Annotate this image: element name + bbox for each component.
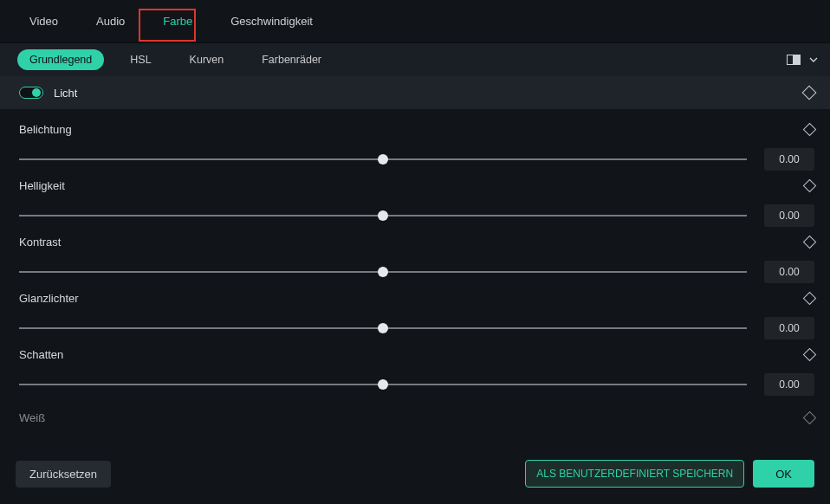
tab-geschwindigkeit[interactable]: Geschwindigkeit <box>225 11 318 31</box>
slider-weiss: Weiß <box>0 396 830 424</box>
value-kontrast[interactable]: 0.00 <box>764 261 814 283</box>
reset-button[interactable]: Zurücksetzen <box>16 461 111 488</box>
tab-farbe[interactable]: Farbe <box>158 11 198 31</box>
thumb-schatten[interactable] <box>378 379 388 390</box>
compare-icon[interactable] <box>787 55 801 65</box>
slider-helligkeit: Helligkeit 0.00 <box>0 171 830 227</box>
label-helligkeit: Helligkeit <box>19 179 65 192</box>
subtab-grundlegend[interactable]: Grundlegend <box>17 49 104 70</box>
label-kontrast: Kontrast <box>19 236 61 249</box>
slider-kontrast: Kontrast 0.00 <box>0 227 830 283</box>
value-belichtung[interactable]: 0.00 <box>764 148 814 171</box>
track-glanzlichter[interactable] <box>19 327 747 329</box>
reset-section-icon[interactable] <box>802 86 817 100</box>
section-title: Licht <box>54 87 77 100</box>
track-schatten[interactable] <box>19 384 747 385</box>
track-helligkeit[interactable] <box>19 215 747 216</box>
tab-audio[interactable]: Audio <box>91 11 130 31</box>
label-belichtung: Belichtung <box>19 123 72 136</box>
track-kontrast[interactable] <box>19 271 747 273</box>
thumb-helligkeit[interactable] <box>378 210 388 221</box>
thumb-kontrast[interactable] <box>378 267 388 277</box>
ok-button[interactable]: OK <box>753 460 814 488</box>
reset-glanzlichter-icon[interactable] <box>803 292 817 306</box>
reset-belichtung-icon[interactable] <box>803 123 817 137</box>
label-weiss: Weiß <box>19 411 45 424</box>
chevron-down-icon[interactable] <box>809 55 818 64</box>
value-schatten[interactable]: 0.00 <box>764 373 814 396</box>
value-helligkeit[interactable]: 0.00 <box>764 204 814 227</box>
main-tabs: Video Audio Farbe Geschwindigkeit <box>0 0 830 43</box>
slider-schatten: Schatten 0.00 <box>0 339 830 396</box>
thumb-glanzlichter[interactable] <box>378 323 388 333</box>
reset-kontrast-icon[interactable] <box>803 236 817 249</box>
sub-tab-bar: Grundlegend HSL Kurven Farbenräder <box>0 43 830 76</box>
label-glanzlichter: Glanzlichter <box>19 292 79 305</box>
toggle-licht[interactable] <box>19 87 43 99</box>
section-header-licht: Licht <box>0 76 830 109</box>
slider-glanzlichter: Glanzlichter 0.00 <box>0 283 830 339</box>
sliders-panel: Belichtung 0.00 Helligkeit 0.00 Kontrast… <box>0 109 830 452</box>
thumb-belichtung[interactable] <box>378 154 388 165</box>
reset-schatten-icon[interactable] <box>803 348 817 362</box>
reset-helligkeit-icon[interactable] <box>803 179 817 193</box>
slider-belichtung: Belichtung 0.00 <box>0 114 830 171</box>
label-schatten: Schatten <box>19 348 63 361</box>
value-glanzlichter[interactable]: 0.00 <box>764 317 814 339</box>
reset-weiss-icon[interactable] <box>803 411 817 425</box>
track-belichtung[interactable] <box>19 158 747 160</box>
save-custom-button[interactable]: ALS BENUTZERDEFINIERT SPEICHERN <box>525 460 744 488</box>
tab-video[interactable]: Video <box>24 11 63 31</box>
footer-bar: Zurücksetzen ALS BENUTZERDEFINIERT SPEIC… <box>0 452 830 504</box>
subtab-farbenraeder[interactable]: Farbenräder <box>250 49 334 70</box>
subtab-hsl[interactable]: HSL <box>118 49 163 70</box>
subtab-kurven[interactable]: Kurven <box>178 49 237 70</box>
